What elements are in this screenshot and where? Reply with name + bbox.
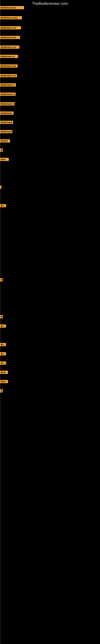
bar-row: Bottler [0, 139, 10, 142]
bar-row: Bottleneck res [0, 6, 24, 9]
bar-label: Bottleneck resu [0, 16, 22, 19]
bar-row: Bo [0, 352, 6, 356]
bar-row: B [0, 389, 3, 392]
bar-label: Bottleneck res [0, 74, 17, 77]
bar-row: Bottleneck r [0, 121, 13, 124]
bar-label: Bottleneck re [0, 102, 15, 106]
bar-label: Bott [0, 371, 8, 374]
bar-row: Bottleneck [0, 112, 14, 115]
bar-row: B [0, 278, 3, 281]
bar-label: Bo [0, 343, 6, 346]
bar-label: Bott [0, 380, 8, 383]
bar-label: Bottleneck [0, 112, 14, 115]
bar-label: Bottleneck re [0, 92, 16, 96]
vertical-line [0, 0, 0, 644]
bar-label: Bo [0, 362, 6, 365]
bar-label: Bottleneck r [0, 121, 13, 124]
bar-row: Bottleneck re [0, 92, 16, 96]
bar-row: Bo [0, 204, 6, 207]
bar-row: B [0, 148, 3, 152]
bar-label: Bo [0, 352, 6, 356]
bar-row: Bottleneck re [0, 83, 16, 86]
bar-row: Bottleneck res [0, 26, 21, 30]
bar-row: Bottleneck [0, 130, 12, 133]
bar-label: Bo [0, 204, 6, 207]
bar-row: Bottleneck res [0, 64, 18, 68]
bar-label: B [0, 148, 3, 152]
bar-label: Bottleneck res [0, 6, 24, 9]
bar-label: Bottleneck res [0, 36, 20, 39]
bar-label: Bottleneck re [0, 83, 16, 86]
bar-row: Bott [0, 158, 9, 161]
site-title: TheBottlenecker.com [0, 0, 100, 7]
bar-label: Bottleneck res [0, 46, 19, 49]
bar-label: | [0, 186, 1, 189]
bar-label: B [0, 389, 3, 392]
bar-row: Bottleneck resu [0, 16, 22, 19]
bar-label: Bott [0, 158, 9, 161]
bar-row: Bo [0, 343, 6, 346]
bar-label: Bo [0, 324, 6, 328]
bar-label: B [0, 315, 3, 318]
bar-label: Bottleneck res [0, 26, 21, 30]
bar-label: Bottleneck [0, 130, 12, 133]
bar-label: Bottleneck res [0, 64, 18, 68]
bar-row: Bo [0, 324, 6, 328]
bar-row: Bott [0, 380, 8, 383]
bar-row: Bo [0, 362, 6, 365]
bar-row: Bott [0, 371, 8, 374]
bar-label: Bottler [0, 139, 10, 142]
bar-row: | [0, 186, 1, 189]
bar-label: Bottleneck re [0, 55, 18, 58]
bar-row: Bottleneck res [0, 36, 20, 39]
bar-row: Bottleneck res [0, 46, 19, 49]
bar-row: B [0, 315, 3, 318]
bar-row: Bottleneck res [0, 74, 17, 77]
bar-row: Bottleneck re [0, 102, 15, 106]
bar-row: Bottleneck re [0, 55, 18, 58]
bar-label: B [0, 278, 3, 281]
